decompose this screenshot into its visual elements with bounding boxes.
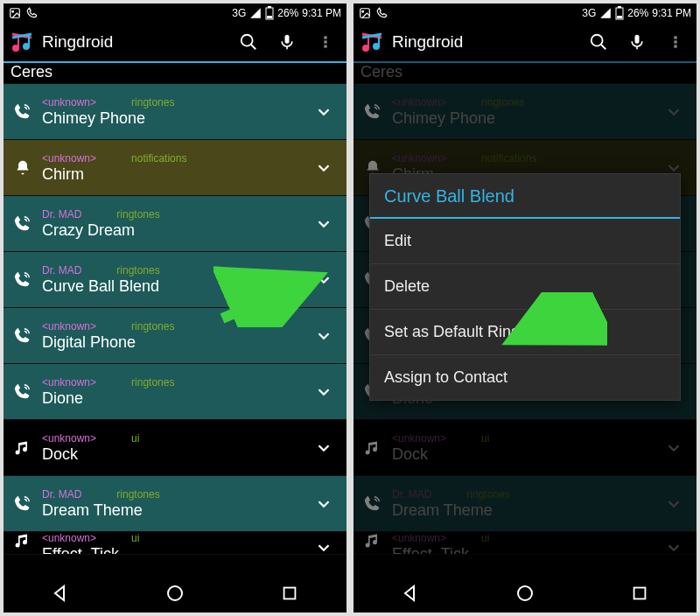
list-item[interactable]: Dr. MADringtonesDream Theme xyxy=(4,476,346,532)
list-item[interactable]: <unknown>ringtonesDione xyxy=(4,364,346,420)
expand-chevron-icon[interactable] xyxy=(308,376,340,408)
artist-label: <unknown> xyxy=(42,376,96,388)
artist-label: Dr. MAD xyxy=(42,488,81,500)
list-item[interactable]: Dr. MADringtonesCrazy Dream xyxy=(4,196,346,252)
list-item[interactable]: <unknown>ringtonesChimey Phone xyxy=(4,84,346,140)
list-item[interactable]: <unknown>notificationsChirm xyxy=(4,140,346,196)
artist-label: Dr. MAD xyxy=(42,264,81,276)
list-item[interactable]: <unknown>uiDock xyxy=(4,420,346,476)
svg-rect-33 xyxy=(634,588,645,599)
status-bar: 3G 26% 9:31 PM xyxy=(4,4,346,23)
svg-rect-20 xyxy=(618,6,621,8)
dialog-menu-item[interactable]: Set as Default Ringtone xyxy=(370,309,680,354)
svg-rect-0 xyxy=(10,9,20,18)
app-logo-icon xyxy=(359,29,385,55)
record-button[interactable] xyxy=(271,26,303,58)
overflow-menu-button[interactable] xyxy=(310,26,341,58)
list-item-texts: <unknown>uiEffect_Tick xyxy=(42,532,308,555)
category-label: ringtones xyxy=(116,488,159,500)
dialog-menu-item[interactable]: Delete xyxy=(370,263,680,309)
artist-label: Dr. MAD xyxy=(42,208,81,220)
ringtone-icon xyxy=(10,102,35,122)
sound-name: Dock xyxy=(42,444,308,464)
app-logo-icon xyxy=(9,29,35,55)
svg-rect-25 xyxy=(378,36,380,46)
svg-rect-11 xyxy=(324,36,326,38)
expand-chevron-icon[interactable] xyxy=(308,96,340,128)
battery-icon xyxy=(615,6,624,20)
svg-rect-30 xyxy=(674,45,676,47)
signal-icon xyxy=(599,7,612,19)
svg-point-9 xyxy=(242,35,253,46)
expand-chevron-icon[interactable] xyxy=(308,532,340,555)
expand-chevron-icon[interactable] xyxy=(308,432,340,464)
nav-home-button[interactable] xyxy=(499,578,551,609)
dialog-title: Curve Ball Blend xyxy=(370,174,680,217)
artist-label: <unknown> xyxy=(42,320,96,332)
image-icon xyxy=(359,7,371,19)
screenshot-right: 3G 26% 9:31 PM Ringdroid Ceres<unknown>r… xyxy=(354,4,696,612)
battery-pct: 26% xyxy=(627,7,648,19)
list-item[interactable]: <unknown>uiEffect_Tick xyxy=(4,532,346,555)
svg-rect-16 xyxy=(284,588,295,599)
context-menu-dialog: Curve Ball Blend EditDeleteSet as Defaul… xyxy=(369,173,681,401)
screenshot-left: 3G 26% 9:31 PM Ringdroid Ceres<unknown>r… xyxy=(4,4,346,612)
svg-rect-24 xyxy=(368,38,369,48)
dialog-menu-item[interactable]: Edit xyxy=(370,219,680,263)
app-title: Ringdroid xyxy=(42,32,226,52)
category-label: ringtones xyxy=(131,376,174,388)
dialog-menu-item[interactable]: Assign to Contact xyxy=(370,354,680,400)
expand-chevron-icon[interactable] xyxy=(308,320,340,352)
svg-point-32 xyxy=(518,586,532,600)
sound-name: Crazy Dream xyxy=(42,220,308,240)
nav-back-button[interactable] xyxy=(384,578,437,609)
list-item-texts: Dr. MADringtonesCurve Ball Blend xyxy=(42,264,308,296)
search-button[interactable] xyxy=(233,26,264,58)
list-item[interactable]: Dr. MADringtonesCurve Ball Blend xyxy=(4,252,346,308)
sound-name: Digital Phone xyxy=(42,332,308,352)
sound-name: Ceres xyxy=(10,63,340,81)
search-button[interactable] xyxy=(583,26,614,58)
svg-point-26 xyxy=(592,35,603,46)
app-title: Ringdroid xyxy=(392,32,576,52)
list-item-texts: <unknown>ringtonesChimey Phone xyxy=(42,96,308,128)
expand-chevron-icon[interactable] xyxy=(308,264,340,296)
expand-chevron-icon[interactable] xyxy=(308,488,340,520)
expand-chevron-icon[interactable] xyxy=(308,208,340,240)
sound-name: Chirm xyxy=(42,164,308,184)
svg-rect-10 xyxy=(285,35,290,44)
overflow-menu-button[interactable] xyxy=(660,26,691,58)
battery-pct: 26% xyxy=(277,7,298,19)
list-item[interactable]: <unknown>ringtonesDigital Phone xyxy=(4,308,346,364)
status-bar: 3G 26% 9:31 PM xyxy=(354,4,696,23)
music-icon xyxy=(10,439,35,457)
sound-name: Effect_Tick xyxy=(42,544,308,555)
ringtone-icon xyxy=(10,326,35,346)
sound-list[interactable]: Ceres<unknown>ringtonesChimey Phone<unkn… xyxy=(4,63,346,555)
nav-back-button[interactable] xyxy=(34,578,87,609)
sound-name: Chimey Phone xyxy=(42,108,308,128)
nav-recent-button[interactable] xyxy=(613,578,666,609)
svg-point-18 xyxy=(362,10,364,12)
list-item-texts: <unknown>ringtonesDione xyxy=(42,376,308,408)
nav-recent-button[interactable] xyxy=(263,578,316,609)
nav-bar xyxy=(354,574,696,612)
list-item-texts: Dr. MADringtonesCrazy Dream xyxy=(42,208,308,240)
artist-label: <unknown> xyxy=(42,96,96,108)
ringtone-icon xyxy=(10,382,35,402)
list-item[interactable]: Ceres xyxy=(4,63,346,84)
svg-rect-13 xyxy=(324,45,326,47)
nav-home-button[interactable] xyxy=(149,578,201,609)
app-bar: Ringdroid xyxy=(4,23,346,61)
battery-icon xyxy=(265,6,274,20)
svg-rect-3 xyxy=(268,6,271,8)
music-icon xyxy=(10,532,35,550)
expand-chevron-icon[interactable] xyxy=(308,152,340,184)
ringtone-icon xyxy=(10,270,35,290)
svg-rect-4 xyxy=(267,16,272,18)
category-label: ui xyxy=(131,532,139,544)
record-button[interactable] xyxy=(621,26,653,58)
ringtone-icon xyxy=(10,494,35,514)
category-label: ringtones xyxy=(131,320,174,332)
sound-name: Dione xyxy=(42,388,308,408)
